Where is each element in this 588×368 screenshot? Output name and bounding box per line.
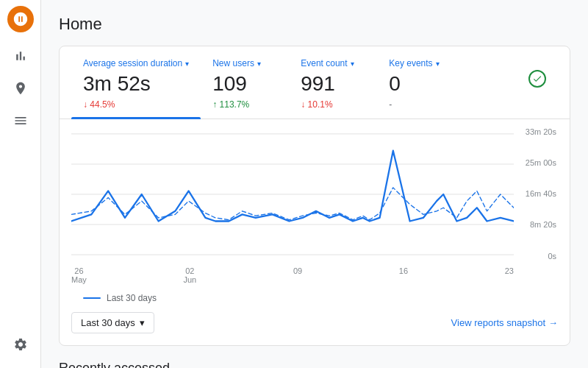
metric-change-new-users: ↑ 113.7% [212, 99, 277, 110]
explore-icon [13, 81, 28, 96]
chart-container: 33m 20s 25m 00s 16m 40s 8m 20s 0s 26 May… [60, 119, 570, 303]
analytics-card: Average session duration ▾ 3m 52s ↓ 44.5… [59, 46, 570, 346]
logo-icon [12, 11, 29, 27]
metric-change-avg-session: ↓ 44.5% [83, 99, 189, 110]
arrow-icon: → [548, 317, 558, 328]
main-content: Home Average session duration ▾ 3m 52s ↓… [41, 0, 588, 368]
metric-label-avg-session: Average session duration ▾ [83, 58, 189, 68]
bar-chart-icon [13, 49, 28, 63]
sidebar [0, 0, 41, 368]
card-footer: Last 30 days ▾ View reports snapshot → [60, 303, 570, 333]
metric-change-key-events: - [389, 99, 453, 110]
y-label-4: 0s [526, 252, 556, 261]
checkmark-icon [532, 74, 542, 84]
x-axis-labels: 26 May 02 Jun 09 16 23 [71, 263, 514, 287]
gear-icon [13, 337, 28, 352]
metric-tab-key-events[interactable]: Key events ▾ 0 - [377, 46, 465, 118]
legend-label: Last 30 days [107, 293, 157, 303]
sidebar-item-settings[interactable] [6, 330, 35, 359]
view-reports-label: View reports snapshot [451, 317, 545, 328]
x-label-09: 09 [293, 266, 302, 284]
line-chart [71, 128, 514, 261]
metrics-row: Average session duration ▾ 3m 52s ↓ 44.5… [60, 46, 570, 119]
advertising-icon [13, 113, 28, 128]
metric-label-new-users: New users ▾ [212, 58, 277, 68]
sidebar-bottom [6, 330, 35, 359]
chevron-down-icon: ▾ [185, 60, 189, 68]
view-reports-link[interactable]: View reports snapshot → [451, 317, 558, 328]
metric-value-key-events: 0 [389, 71, 453, 96]
metric-tab-new-users[interactable]: New users ▾ 109 ↑ 113.7% [201, 46, 289, 118]
metric-tab-event-count[interactable]: Event count ▾ 991 ↓ 10.1% [289, 46, 377, 118]
sidebar-item-explore[interactable] [6, 74, 35, 103]
recently-accessed-title: Recently accessed [59, 361, 570, 368]
metric-label-key-events: Key events ▾ [389, 58, 453, 68]
app-logo[interactable] [7, 6, 34, 32]
chart-legend: Last 30 days [71, 287, 558, 303]
y-label-0: 33m 20s [526, 128, 556, 136]
metric-change-event-count: ↓ 10.1% [301, 99, 365, 110]
check-circle-icon [528, 70, 546, 88]
legend-line-icon [83, 297, 101, 299]
metric-value-event-count: 991 [301, 71, 365, 96]
metric-tab-avg-session[interactable]: Average session duration ▾ 3m 52s ↓ 44.5… [71, 46, 201, 118]
chevron-down-icon: ▾ [140, 317, 145, 328]
chevron-down-icon: ▾ [351, 60, 354, 68]
x-label-16: 16 [399, 266, 408, 284]
x-label-02jun: 02 Jun [183, 266, 196, 284]
y-label-1: 25m 00s [526, 159, 556, 167]
dropdown-label: Last 30 days [81, 317, 135, 328]
date-range-dropdown[interactable]: Last 30 days ▾ [71, 312, 154, 333]
metric-value-avg-session: 3m 52s [83, 71, 189, 96]
metric-label-event-count: Event count ▾ [301, 58, 365, 68]
x-label-23: 23 [505, 266, 514, 284]
y-label-3: 8m 20s [526, 221, 556, 229]
sidebar-item-advertising[interactable] [6, 106, 35, 135]
sidebar-item-reports[interactable] [6, 41, 35, 71]
chevron-down-icon: ▾ [257, 60, 261, 68]
chevron-down-icon: ▾ [436, 60, 440, 68]
x-label-26may: 26 May [71, 266, 87, 284]
page-title: Home [59, 15, 570, 34]
metric-value-new-users: 109 [212, 71, 277, 96]
metric-check-icon-area [517, 58, 558, 118]
y-label-2: 16m 40s [526, 190, 556, 198]
